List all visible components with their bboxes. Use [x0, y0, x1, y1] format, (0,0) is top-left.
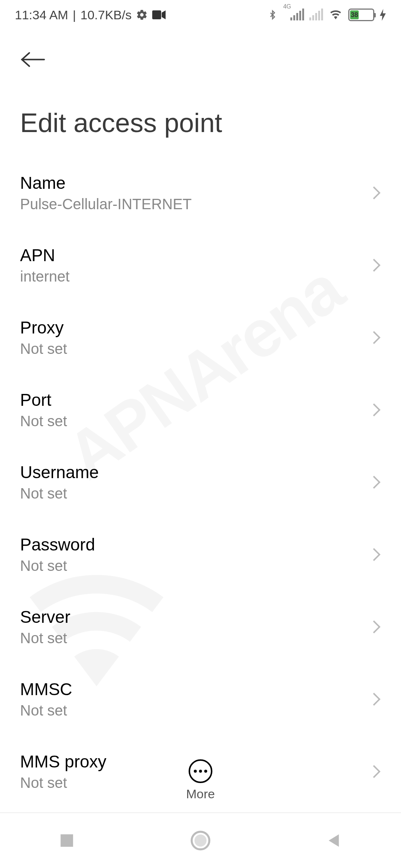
chevron-right-icon — [372, 692, 381, 707]
svg-rect-0 — [152, 10, 161, 19]
setting-value: Not set — [20, 702, 72, 719]
settings-list: Name Pulse-Cellular-INTERNET APN interne… — [0, 157, 401, 808]
charging-icon — [379, 9, 386, 21]
arrow-left-icon — [20, 51, 46, 68]
chevron-right-icon — [372, 619, 381, 634]
gear-icon — [136, 9, 148, 21]
square-icon — [59, 833, 75, 848]
triangle-left-icon — [326, 833, 342, 848]
header — [0, 30, 401, 78]
setting-label: Name — [20, 173, 192, 193]
chevron-right-icon — [372, 402, 381, 417]
setting-value: Pulse-Cellular-INTERNET — [20, 196, 192, 213]
svg-point-4 — [195, 835, 206, 846]
wifi-icon — [328, 9, 343, 21]
camera-icon — [152, 10, 166, 20]
setting-label: Server — [20, 607, 70, 627]
nav-recent-button[interactable] — [56, 829, 78, 852]
status-time: 11:34 AM — [15, 8, 68, 22]
setting-server[interactable]: Server Not set — [0, 591, 401, 663]
setting-value: Not set — [20, 630, 70, 647]
setting-password[interactable]: Password Not set — [0, 518, 401, 591]
chevron-right-icon — [372, 475, 381, 490]
setting-value: Not set — [20, 341, 67, 357]
chevron-right-icon — [372, 258, 381, 273]
network-type-label: 4G — [283, 3, 291, 10]
setting-label: MMSC — [20, 679, 72, 699]
setting-label: Port — [20, 390, 67, 410]
nav-home-button[interactable] — [189, 829, 212, 852]
setting-value: Not set — [20, 558, 95, 574]
setting-apn[interactable]: APN internet — [0, 229, 401, 301]
android-nav-bar — [0, 812, 401, 868]
chevron-right-icon — [372, 764, 381, 779]
setting-value: Not set — [20, 413, 67, 430]
setting-mms-proxy[interactable]: MMS proxy Not set — [0, 735, 401, 808]
setting-label: MMS proxy — [20, 752, 107, 772]
setting-mmsc[interactable]: MMSC Not set — [0, 663, 401, 735]
setting-name[interactable]: Name Pulse-Cellular-INTERNET — [0, 157, 401, 229]
setting-value: Not set — [20, 775, 107, 791]
chevron-right-icon — [372, 547, 381, 562]
setting-value: Not set — [20, 485, 99, 502]
status-speed: 10.7KB/s — [81, 8, 132, 22]
status-bar: 11:34 AM | 10.7KB/s 4G — [0, 0, 401, 30]
chevron-right-icon — [372, 330, 381, 345]
back-button[interactable] — [20, 45, 50, 74]
page-title: Edit access point — [0, 108, 401, 138]
setting-username[interactable]: Username Not set — [0, 446, 401, 518]
nav-back-button[interactable] — [323, 829, 345, 852]
svg-rect-2 — [61, 834, 73, 847]
setting-label: Proxy — [20, 318, 67, 338]
chevron-right-icon — [372, 185, 381, 200]
setting-label: Password — [20, 535, 95, 555]
setting-proxy[interactable]: Proxy Not set — [0, 301, 401, 374]
setting-label: APN — [20, 245, 69, 265]
signal-strength-icon — [290, 9, 304, 20]
bluetooth-icon — [268, 8, 277, 22]
battery-level: 38 — [350, 10, 359, 19]
setting-value: internet — [20, 268, 69, 285]
setting-label: Username — [20, 462, 99, 482]
circle-icon — [190, 831, 211, 851]
battery-icon: 38 — [348, 9, 374, 21]
signal-strength-2-icon — [309, 9, 323, 20]
setting-port[interactable]: Port Not set — [0, 374, 401, 446]
